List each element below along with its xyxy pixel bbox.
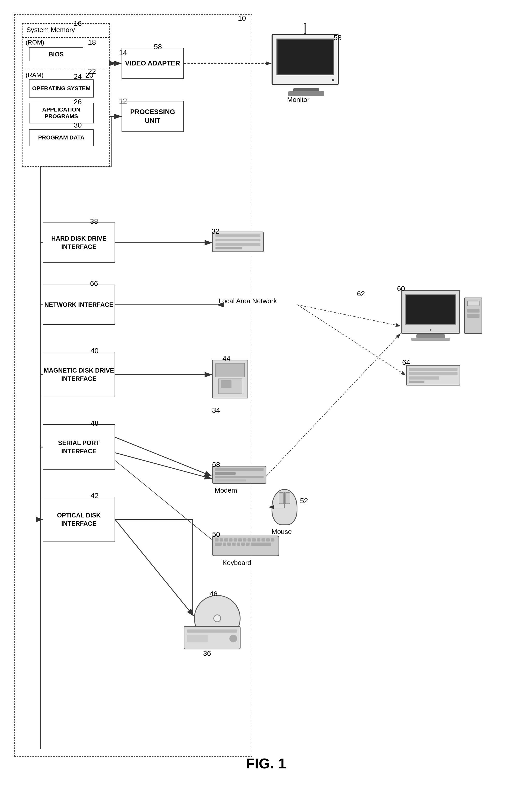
ref-50: 50 [212, 530, 220, 539]
processing-unit-box: PROCESSING UNIT [122, 101, 184, 132]
keyboard-label: Keyboard [222, 559, 251, 567]
rom-separator [23, 37, 110, 38]
ref-14: 14 [119, 49, 127, 57]
magnetic-disk-interface-box: MAGNETIC DISK DRIVE INTERFACE [43, 352, 115, 397]
ref-38: 38 [90, 217, 98, 226]
fig-label: FIG. 1 [246, 755, 286, 772]
ref-40: 40 [91, 347, 99, 355]
ref-42: 42 [91, 491, 99, 500]
svg-line-17 [297, 305, 406, 375]
ref-58-va: 58 [154, 43, 162, 51]
monitor-container [271, 33, 339, 85]
ref-68: 68 [212, 461, 220, 469]
lan-label: Local Area Network [219, 297, 277, 305]
program-data-box: PROGRAM DATA [29, 129, 94, 146]
mouse-label: Mouse [271, 528, 292, 536]
svg-line-16 [297, 305, 401, 326]
diagram-container: 10 System Memory (ROM) BIOS (RAM) OPERAT… [0, 0, 532, 786]
rom-label: (ROM) [26, 39, 44, 46]
ref-62: 62 [357, 290, 365, 298]
hdd-container [212, 232, 264, 252]
serial-port-interface-box: SERIAL PORT INTERFACE [43, 424, 115, 469]
ref-32: 32 [212, 227, 220, 235]
floppy-container [212, 360, 248, 398]
bios-box: BIOS [29, 47, 83, 61]
svg-line-22 [266, 334, 401, 476]
ref-60: 60 [397, 284, 405, 293]
ref-34: 34 [212, 406, 220, 414]
ref-26: 26 [74, 98, 82, 106]
ref-10: 10 [238, 14, 246, 23]
ref-66: 66 [90, 279, 98, 288]
ref-36: 36 [203, 649, 211, 658]
modem-container [212, 466, 266, 484]
video-adapter-box: VIDEO ADAPTER [122, 48, 184, 79]
network-interface-box: NETWORK INTERFACE [43, 284, 115, 325]
monitor-label: Monitor [287, 96, 310, 104]
cdrom-container [194, 595, 241, 642]
system-memory-box: System Memory (ROM) BIOS (RAM) OPERATING… [22, 23, 110, 167]
ref-52: 52 [300, 497, 308, 505]
ref-24: 24 [74, 72, 82, 81]
network-computer [401, 290, 460, 334]
mouse-container [271, 489, 297, 525]
system-memory-label: System Memory [26, 26, 75, 34]
ref-12: 12 [119, 97, 127, 105]
ram-label: (RAM) [26, 71, 44, 79]
os-box: OPERATING SYSTEM [29, 79, 94, 97]
hard-disk-interface-box: HARD DISK DRIVE INTERFACE [43, 223, 115, 262]
ref-18: 18 [88, 38, 96, 47]
optical-disk-interface-box: OPTICAL DISK INTERFACE [43, 497, 115, 542]
app-programs-box: APPLICATION PROGRAMS [29, 103, 94, 123]
workstation [406, 365, 460, 386]
ref-16: 16 [74, 19, 82, 28]
ref-20: 20 [86, 71, 93, 79]
ref-44: 44 [222, 354, 231, 363]
ref-58-monitor: 58 [334, 33, 342, 42]
vertical-bus [40, 167, 41, 749]
ref-30: 30 [74, 121, 82, 129]
modem-label: Modem [215, 486, 237, 494]
keyboard-container [212, 536, 279, 556]
ram-separator [23, 70, 110, 70]
ref-48: 48 [91, 419, 99, 427]
ref-46: 46 [210, 590, 218, 598]
ref-64: 64 [402, 358, 410, 367]
